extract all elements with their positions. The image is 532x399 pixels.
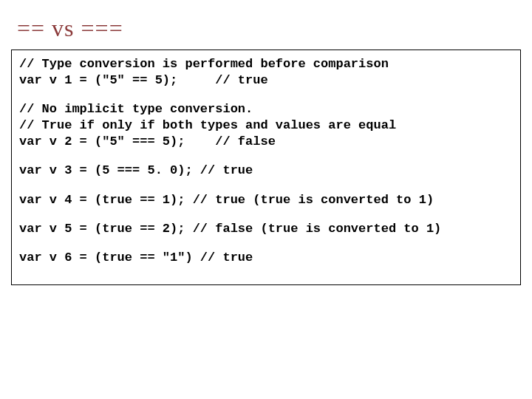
code-line: // True if only if both types and values… [19, 117, 513, 134]
slide-title: == vs === [17, 15, 521, 42]
blank-line [19, 237, 513, 250]
blank-line [19, 150, 513, 163]
code-line: // No implicit type conversion. [19, 101, 513, 117]
code-line: var v 6 = (true == "1") // true [19, 250, 513, 266]
code-line: var v 5 = (true == 2); // false (true is… [19, 221, 513, 237]
blank-line [19, 266, 513, 279]
blank-line [19, 89, 513, 101]
code-line: var v 3 = (5 === 5. 0); // true [19, 163, 513, 179]
code-block: // Type conversion is performed before c… [11, 50, 521, 285]
blank-line [19, 208, 513, 221]
code-line: var v 1 = ("5" == 5); // true [19, 72, 513, 89]
code-line: var v 2 = ("5" === 5); // false [19, 134, 513, 150]
code-line: // Type conversion is performed before c… [19, 56, 513, 72]
code-line: var v 4 = (true == 1); // true (true is … [19, 192, 513, 208]
blank-line [19, 180, 513, 192]
